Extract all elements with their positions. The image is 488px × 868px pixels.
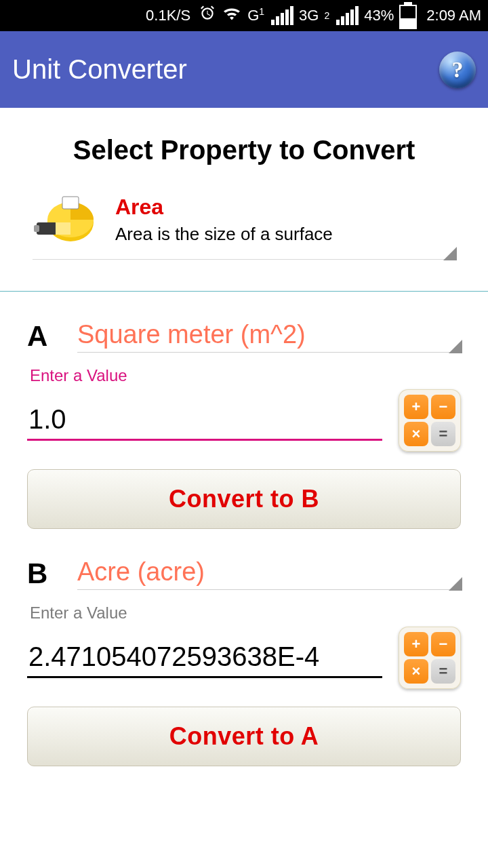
calc-minus-icon: − (431, 395, 455, 419)
unit-select-b[interactable]: Acre (acre) (77, 557, 461, 590)
clock-time: 2:09 AM (426, 7, 481, 24)
calc-equals-icon: = (431, 422, 455, 446)
calc-times-icon: × (404, 659, 428, 684)
svg-rect-4 (34, 225, 39, 232)
calc-minus-icon: − (431, 632, 455, 656)
wifi-icon (222, 5, 242, 26)
property-name: Area (115, 195, 333, 220)
unit-letter-a: A (27, 320, 57, 353)
battery-icon (399, 2, 417, 29)
value-input-a[interactable] (27, 400, 382, 441)
app-title: Unit Converter (12, 54, 187, 85)
unit-b-value: Acre (acre) (77, 557, 461, 587)
help-button[interactable]: ? (439, 52, 476, 88)
property-text: Area Area is the size of a surface (115, 195, 333, 245)
svg-rect-3 (37, 222, 57, 235)
value-input-b[interactable] (27, 637, 382, 678)
battery-percent: 43% (364, 7, 394, 24)
status-bar: 0.1K/S G1 3G2 43% 2:09 AM (0, 0, 488, 31)
sim2-sup: 2 (324, 10, 329, 21)
calc-equals-icon: = (431, 659, 455, 684)
network-type: 3G (299, 7, 319, 24)
tape-measure-icon (33, 193, 100, 247)
signal-bars-2-icon (336, 6, 359, 25)
sim1-label: G1 (247, 6, 264, 24)
unit-a-value: Square meter (m^2) (77, 320, 461, 349)
unit-letter-b: B (27, 557, 57, 590)
calculator-button-a[interactable]: + − × = (399, 389, 461, 452)
convert-to-a-button[interactable]: Convert to A (27, 707, 461, 766)
help-icon: ? (452, 57, 464, 83)
app-bar: Unit Converter ? (0, 31, 488, 108)
property-description: Area is the size of a surface (115, 224, 333, 245)
conversion-block-b: B Acre (acre) Enter a Value + − × = Conv… (0, 529, 488, 766)
calculator-button-b[interactable]: + − × = (399, 627, 461, 689)
alarm-icon (199, 5, 216, 26)
convert-to-b-button[interactable]: Convert to B (27, 469, 461, 529)
svg-rect-5 (56, 222, 70, 235)
network-speed: 0.1K/S (146, 7, 190, 24)
unit-select-a[interactable]: Square meter (m^2) (77, 320, 461, 353)
enter-label-a: Enter a Value (30, 366, 461, 385)
section-title: Select Property to Convert (0, 135, 488, 165)
calc-times-icon: × (404, 422, 428, 446)
conversion-block-a: A Square meter (m^2) Enter a Value + − ×… (0, 292, 488, 529)
signal-bars-1-icon (271, 6, 293, 25)
content: Select Property to Convert Area Area is … (0, 135, 488, 766)
calc-plus-icon: + (404, 395, 428, 419)
calc-plus-icon: + (404, 632, 428, 656)
enter-label-b: Enter a Value (30, 604, 461, 623)
property-selector[interactable]: Area Area is the size of a surface (33, 186, 455, 260)
svg-rect-2 (62, 197, 79, 209)
